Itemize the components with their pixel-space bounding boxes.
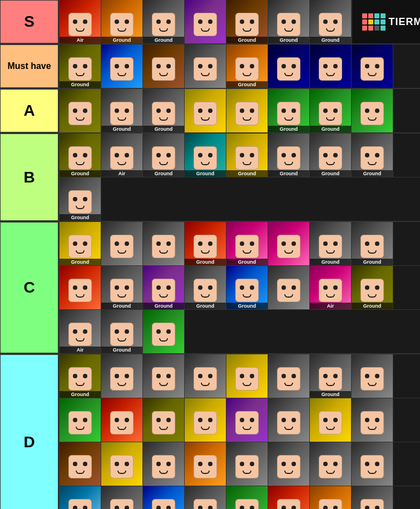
tier-list: SAirGroundGroundGroundGroundGroundTIERMA… xyxy=(0,0,420,509)
character-label: Air xyxy=(60,347,101,353)
character-label: Ground xyxy=(185,170,226,177)
character-cell xyxy=(268,442,310,486)
character-cell xyxy=(310,486,352,509)
tier-row-musthave: Must haveGroundGround xyxy=(0,45,420,89)
character-cell xyxy=(226,89,268,132)
tier-label-musthave: Must have xyxy=(0,45,58,88)
character-cell: Ground xyxy=(185,266,226,309)
character-cell xyxy=(101,486,143,509)
logo-text: TIERMAKER xyxy=(389,16,421,28)
character-cell: Ground xyxy=(185,222,226,265)
character-cell xyxy=(268,398,310,442)
character-label: Ground xyxy=(185,303,226,309)
character-cell xyxy=(143,442,185,486)
character-label: Ground xyxy=(101,347,142,353)
character-cell: Ground xyxy=(60,222,101,265)
character-label: Ground xyxy=(143,303,184,309)
character-cell: Ground xyxy=(310,134,352,177)
character-cell: Ground xyxy=(310,89,352,132)
character-cell: Ground xyxy=(310,222,352,265)
character-label: Ground xyxy=(226,259,268,265)
character-cell xyxy=(185,442,226,486)
character-label: Ground xyxy=(60,214,101,221)
character-label: Ground xyxy=(310,126,351,132)
character-label: Ground xyxy=(226,37,268,43)
character-cell xyxy=(60,89,101,132)
character-cell xyxy=(226,354,268,398)
character-cell xyxy=(101,398,143,442)
character-cell xyxy=(268,266,310,309)
character-label: Ground xyxy=(143,126,184,132)
character-cell: Ground xyxy=(310,0,352,43)
character-cell: Ground xyxy=(60,177,101,221)
character-cell: Ground xyxy=(101,266,143,309)
character-cell: Ground xyxy=(60,354,101,398)
character-label: Ground xyxy=(352,303,393,309)
tier-row-c: CGroundGroundGroundGroundGroundGroundGro… xyxy=(0,222,420,354)
character-cell xyxy=(185,89,226,132)
character-cell: Ground xyxy=(226,45,268,88)
tier-row-b: BGroundAirGroundGroundGroundGroundGround… xyxy=(0,134,420,222)
character-cell: Ground xyxy=(101,310,143,353)
character-cell xyxy=(310,442,352,486)
character-cell: Air xyxy=(60,0,101,43)
character-cell xyxy=(101,45,143,88)
character-label: Ground xyxy=(185,259,226,265)
character-label: Ground xyxy=(226,81,268,88)
character-cell: Air xyxy=(352,486,393,509)
character-cell: Ground xyxy=(310,354,352,398)
character-cell: Ground xyxy=(268,0,310,43)
character-cell xyxy=(143,222,185,265)
character-cell: Ground xyxy=(226,266,268,309)
character-cell: Ground xyxy=(185,134,226,177)
character-label: Ground xyxy=(268,37,309,43)
character-cell xyxy=(143,398,185,442)
character-label: Ground xyxy=(226,170,268,177)
character-cell: Air xyxy=(101,134,143,177)
tier-row-d: DGroundGroundAir xyxy=(0,354,420,509)
character-cell: Ground xyxy=(226,0,268,43)
character-cell xyxy=(226,486,268,509)
character-label: Ground xyxy=(101,37,142,43)
character-label: Ground xyxy=(143,37,184,43)
character-cell: Ground xyxy=(143,0,185,43)
character-cell xyxy=(60,442,101,486)
character-label: Air xyxy=(101,170,142,177)
character-label: Air xyxy=(310,303,351,309)
character-cell xyxy=(143,310,185,353)
character-label: Ground xyxy=(60,81,101,88)
character-label: Ground xyxy=(310,259,351,265)
character-cell: Ground xyxy=(101,89,143,132)
character-cell xyxy=(185,486,226,509)
character-label: Ground xyxy=(310,391,351,398)
character-label: Ground xyxy=(101,126,142,132)
character-cell: Ground xyxy=(226,222,268,265)
tier-row-s: SAirGroundGroundGroundGroundGroundTIERMA… xyxy=(0,0,420,45)
character-cell xyxy=(268,45,310,88)
tier-row-a: AGroundGroundGroundGround xyxy=(0,89,420,134)
character-cell xyxy=(352,442,393,486)
character-cell xyxy=(226,442,268,486)
character-label: Ground xyxy=(60,259,101,265)
character-cell xyxy=(352,398,393,442)
character-cell xyxy=(185,354,226,398)
character-label: Ground xyxy=(60,170,101,177)
character-cell xyxy=(310,45,352,88)
character-cell xyxy=(143,354,185,398)
character-cell xyxy=(185,398,226,442)
character-label: Ground xyxy=(143,170,184,177)
tier-label-a: A xyxy=(0,89,58,132)
character-cell xyxy=(268,222,310,265)
character-cell: Ground xyxy=(268,134,310,177)
character-label: Ground xyxy=(352,170,393,177)
character-cell xyxy=(101,442,143,486)
character-label: Ground xyxy=(268,126,309,132)
tier-label-c: C xyxy=(0,222,58,353)
character-cell: Ground xyxy=(101,0,143,43)
character-cell: Air xyxy=(310,266,352,309)
character-cell: Ground xyxy=(143,134,185,177)
character-label: Ground xyxy=(310,37,351,43)
logo-cell: TIERMAKER xyxy=(352,0,420,43)
character-cell: Ground xyxy=(143,266,185,309)
character-label: Ground xyxy=(352,259,393,265)
